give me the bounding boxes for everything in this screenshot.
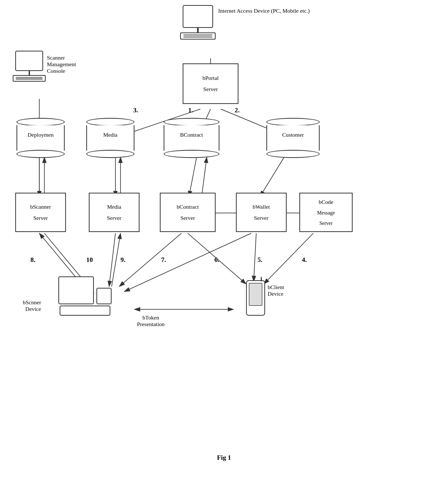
bwallet-server: bWallet Server bbox=[236, 193, 287, 232]
svg-line-23 bbox=[124, 233, 251, 292]
bclient-device-label: bClientDevice bbox=[268, 284, 284, 297]
monitor-stand-icon bbox=[197, 28, 199, 32]
step-5: 5. bbox=[257, 256, 263, 264]
step-1: 1. bbox=[188, 106, 193, 114]
btoken-label: bTokenPresentation bbox=[137, 314, 165, 328]
bscanner-server: bScanner Server bbox=[15, 193, 66, 232]
svg-line-11 bbox=[189, 157, 197, 197]
media-db-label: Media bbox=[86, 132, 134, 138]
deployment-db: Deploymen bbox=[16, 118, 65, 158]
bscanner-device bbox=[58, 276, 112, 316]
scanner-monitor bbox=[15, 51, 43, 71]
bcontract-db-label: BContract bbox=[164, 132, 219, 138]
step-7: 7. bbox=[161, 256, 166, 264]
step-6: 6. bbox=[214, 256, 219, 264]
step-10: 10 bbox=[86, 256, 93, 264]
internet-device-label: Internet Access Device (PC, Mobile etc.) bbox=[218, 8, 310, 14]
step-3: 3. bbox=[133, 106, 138, 114]
keyboard-icon bbox=[180, 32, 216, 40]
media-db: Media bbox=[86, 118, 134, 158]
customer-db-label: Customer bbox=[266, 132, 320, 138]
diagram-container: Internet Access Device (PC, Mobile etc.)… bbox=[0, 0, 448, 469]
figure-label: Fig 1 bbox=[217, 454, 231, 461]
step-2: 2. bbox=[235, 106, 240, 114]
scanner-console bbox=[13, 51, 46, 82]
bportal-label: bPortal bbox=[202, 75, 219, 81]
media-server: Media Server bbox=[89, 193, 140, 232]
scanner-console-label: ScannerManagementConsole bbox=[47, 55, 76, 74]
svg-line-19 bbox=[112, 233, 120, 287]
svg-line-12 bbox=[202, 157, 207, 197]
bcode-server: bCode Message Server bbox=[299, 193, 353, 232]
svg-line-13 bbox=[260, 157, 284, 197]
bclient-device bbox=[246, 280, 265, 316]
svg-line-20 bbox=[119, 233, 181, 287]
step-9: 9. bbox=[120, 256, 126, 264]
step-8: 8. bbox=[30, 256, 36, 264]
bportal-server: bPortal Server bbox=[183, 63, 238, 104]
bscanner-device-label: bScnnerDevice bbox=[23, 299, 41, 312]
customer-db: Customer bbox=[266, 118, 320, 158]
deployment-db-label: Deploymen bbox=[16, 132, 65, 138]
svg-line-22 bbox=[254, 233, 256, 281]
bportal-server-label: Server bbox=[203, 86, 218, 93]
step-4: 4. bbox=[302, 256, 307, 264]
monitor-icon bbox=[183, 5, 213, 28]
scanner-keyboard bbox=[13, 75, 46, 82]
internet-access-device bbox=[180, 5, 216, 40]
bcontract-db: BContract bbox=[164, 118, 219, 158]
bcontract-server: bContract Server bbox=[160, 193, 216, 232]
